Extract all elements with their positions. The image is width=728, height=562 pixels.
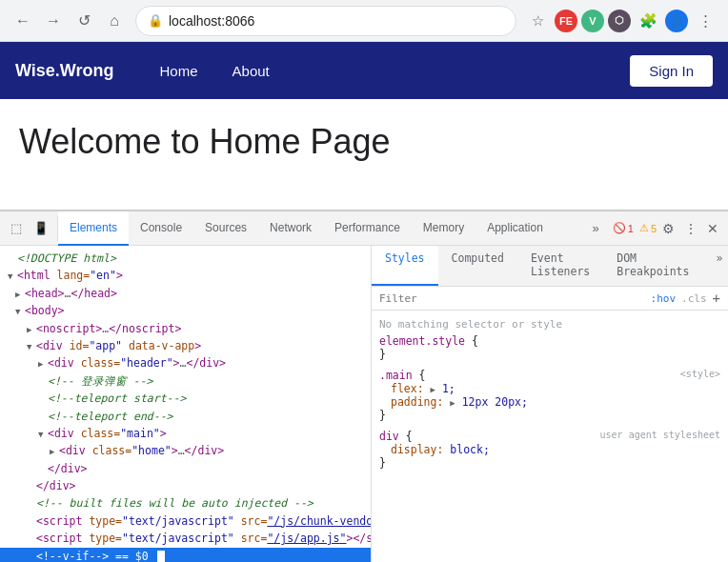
styles-panel: Styles Computed Event Listeners DOM Brea…	[372, 246, 728, 562]
devtools-more-icon[interactable]: ⋮	[680, 217, 701, 240]
subtab-more[interactable]: »	[702, 246, 728, 286]
ext-vue-icon[interactable]: V	[581, 10, 604, 32]
nav-about[interactable]: About	[217, 55, 285, 87]
styles-filter-bar: :hov .cls +	[372, 287, 728, 311]
div-ua-close: }	[379, 456, 720, 470]
el-head[interactable]: <head>…</head>	[0, 285, 371, 302]
no-match-text: No matching selector or style	[379, 314, 720, 334]
profile-icon[interactable]: 👤	[665, 10, 688, 32]
styles-body: No matching selector or style element.st…	[372, 311, 728, 562]
devtools-toolbar-right: 🚫 1 ⚠ 5 ⚙ ⋮ ✕	[607, 217, 728, 240]
devtools-panel: ⬚ 📱 Elements Console Sources Network Per…	[0, 210, 728, 562]
devtools-tabs: Elements Console Sources Network Perform…	[58, 211, 585, 246]
browser-toolbar: ← → ↺ ⌂ 🔒 localhost:8066 ☆ FE V ⬡ 🧩 👤 ⋮	[0, 0, 728, 42]
nav-buttons: ← → ↺ ⌂	[10, 8, 128, 34]
el-comment-inject[interactable]: <!-- built files will be auto injected -…	[0, 494, 371, 512]
devtools-toolbar: ⬚ 📱 Elements Console Sources Network Per…	[0, 211, 728, 246]
url-text: localhost:8066	[169, 13, 504, 29]
el-main-close[interactable]: </div>	[0, 460, 371, 477]
main-flex-prop[interactable]: flex: ▶ 1;	[379, 382, 720, 395]
el-app-div[interactable]: <div id="app" data-v-app>	[0, 337, 371, 354]
subtab-styles[interactable]: Styles	[372, 246, 438, 286]
main-rule: .main { <style> flex: ▶ 1; padding: ▶ 12…	[379, 369, 720, 422]
hov-button[interactable]: :hov	[651, 292, 677, 305]
tab-application[interactable]: Application	[475, 211, 555, 246]
nav-links: Home About	[145, 55, 285, 87]
page-content: Welcome to Home Page	[0, 99, 728, 185]
forward-button[interactable]: →	[40, 8, 67, 34]
tab-sources[interactable]: Sources	[193, 211, 258, 246]
main-padding-prop[interactable]: padding: ▶ 12px 20px;	[379, 395, 720, 409]
devtools-icons: ⬚ 📱	[0, 216, 58, 241]
back-button[interactable]: ←	[10, 8, 36, 34]
styles-filter-input[interactable]	[379, 292, 647, 305]
el-comment-login[interactable]: <!-- 登录弹窗 -->	[0, 372, 371, 390]
el-app-close[interactable]: </div>	[0, 477, 371, 494]
devtools-close-icon[interactable]: ✕	[703, 217, 722, 240]
el-script-app[interactable]: <script type="text/javascript" src="/js/…	[0, 530, 371, 547]
error-badge: 🚫 1	[613, 222, 634, 234]
warning-badge: ⚠ 5	[639, 222, 657, 234]
element-style-selector[interactable]: element.style {	[379, 334, 720, 348]
el-script-vendors[interactable]: <script type="text/javascript" src="/js/…	[0, 512, 371, 530]
devtools-body: <!DOCTYPE html> <html lang="en"> <head>……	[0, 246, 728, 562]
add-style-button[interactable]: +	[713, 291, 720, 306]
el-html[interactable]: <html lang="en">	[0, 267, 371, 284]
reload-button[interactable]: ↺	[71, 8, 97, 34]
el-comment-teleport-start[interactable]: <!--teleport start-->	[0, 390, 371, 407]
main-selector-line[interactable]: .main { <style>	[379, 369, 720, 382]
element-style-close: }	[379, 348, 720, 361]
tab-elements[interactable]: Elements	[58, 211, 129, 246]
subtab-event-listeners[interactable]: Event Listeners	[517, 246, 603, 286]
el-comment-teleport-end[interactable]: <!--teleport end-->	[0, 408, 371, 425]
div-display-prop[interactable]: display: block;	[379, 443, 720, 456]
tab-console[interactable]: Console	[129, 211, 193, 246]
el-body[interactable]: <body>	[0, 302, 371, 319]
star-icon[interactable]: ☆	[524, 8, 551, 34]
element-style-rule: element.style { }	[379, 334, 720, 361]
site-nav: Wise.Wrong Home About Sign In	[0, 42, 728, 99]
div-ua-rule: div { user agent stylesheet display: blo…	[379, 430, 720, 470]
div-ua-selector-line[interactable]: div { user agent stylesheet	[379, 430, 720, 443]
tab-performance[interactable]: Performance	[323, 211, 412, 246]
el-noscript[interactable]: <noscript>…</noscript>	[0, 320, 371, 337]
menu-icon[interactable]: ⋮	[692, 8, 718, 34]
more-tabs-button[interactable]: »	[585, 221, 607, 235]
lock-icon: 🔒	[148, 13, 163, 28]
subtab-computed[interactable]: Computed	[438, 246, 517, 286]
address-bar[interactable]: 🔒 localhost:8066	[135, 6, 516, 36]
el-home-div[interactable]: <div class="home">…</div>	[0, 442, 371, 459]
tab-memory[interactable]: Memory	[412, 211, 475, 246]
subtab-dom-breakpoints[interactable]: DOM Breakpoints	[603, 246, 702, 286]
devtools-settings-icon[interactable]: ⚙	[658, 217, 678, 240]
mobile-icon[interactable]: 📱	[29, 216, 53, 241]
el-header-div[interactable]: <div class="header">…</div>	[0, 354, 371, 371]
ext-fe-icon[interactable]: FE	[555, 10, 577, 32]
site-logo: Wise.Wrong	[15, 61, 114, 81]
ext-dark-icon[interactable]: ⬡	[608, 10, 631, 32]
el-doctype[interactable]: <!DOCTYPE html>	[0, 250, 371, 267]
tab-network[interactable]: Network	[258, 211, 323, 246]
main-close: }	[379, 409, 720, 422]
home-button[interactable]: ⌂	[101, 8, 128, 34]
nav-home[interactable]: Home	[145, 55, 213, 87]
cursor-icon[interactable]: ⬚	[4, 216, 29, 241]
styles-tabs: Styles Computed Event Listeners DOM Brea…	[372, 246, 728, 287]
el-vif-selected[interactable]: <!--v-if--> == $0	[0, 548, 371, 562]
el-main-div[interactable]: <div class="main">	[0, 425, 371, 442]
browser-toolbar-icons: ☆ FE V ⬡ 🧩 👤 ⋮	[524, 8, 718, 34]
sign-in-button[interactable]: Sign In	[630, 55, 713, 87]
page-title: Welcome to Home Page	[19, 122, 709, 162]
elements-panel: <!DOCTYPE html> <html lang="en"> <head>……	[0, 246, 372, 562]
extensions-icon[interactable]: 🧩	[635, 8, 661, 34]
